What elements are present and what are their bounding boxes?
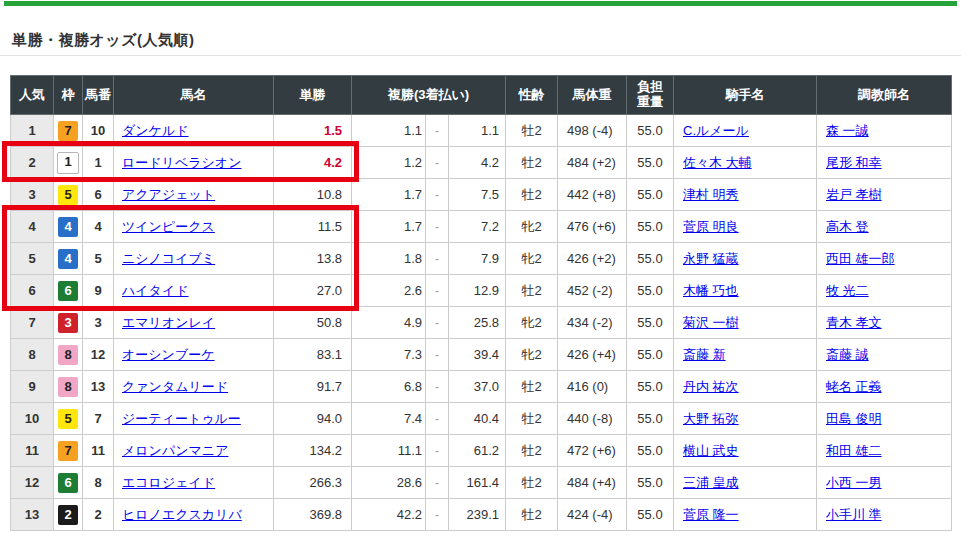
win-odds-cell: 134.2 bbox=[274, 435, 352, 467]
horse-number-cell: 5 bbox=[83, 243, 114, 275]
load-weight-cell: 55.0 bbox=[627, 403, 674, 435]
jockey-cell: 津村 明秀 bbox=[674, 179, 817, 211]
place-odds-separator: - bbox=[426, 115, 449, 147]
place-odds-low-cell: 4.9 bbox=[352, 307, 426, 339]
trainer-link[interactable]: 和田 雄二 bbox=[826, 443, 882, 458]
trainer-link[interactable]: 田島 俊明 bbox=[826, 411, 882, 426]
trainer-link[interactable]: 高木 登 bbox=[826, 219, 869, 234]
jockey-link[interactable]: 菅原 隆一 bbox=[683, 507, 739, 522]
frame-badge: 6 bbox=[58, 281, 78, 301]
place-odds-high-cell: 7.2 bbox=[449, 211, 506, 243]
horse-name-link[interactable]: クァンタムリード bbox=[122, 379, 228, 394]
place-odds-separator: - bbox=[426, 499, 449, 531]
win-odds-cell: 27.0 bbox=[274, 275, 352, 307]
load-weight-cell: 55.0 bbox=[627, 307, 674, 339]
sex-age-cell: 牡2 bbox=[506, 147, 558, 179]
trainer-link[interactable]: 西田 雄一郎 bbox=[826, 251, 895, 266]
jockey-link[interactable]: 丹内 祐次 bbox=[683, 379, 739, 394]
place-odds-separator: - bbox=[426, 147, 449, 179]
jockey-link[interactable]: 横山 武史 bbox=[683, 443, 739, 458]
rank-cell: 6 bbox=[11, 275, 54, 307]
jockey-link[interactable]: 永野 猛蔵 bbox=[683, 251, 739, 266]
win-odds-cell: 13.8 bbox=[274, 243, 352, 275]
horse-name-link[interactable]: アクアジェット bbox=[122, 187, 215, 202]
header-weight: 馬体重 bbox=[558, 76, 627, 115]
horse-number-cell: 6 bbox=[83, 179, 114, 211]
header-place-odds: 複勝(3着払い) bbox=[352, 76, 506, 115]
top-accent-bar bbox=[4, 1, 957, 6]
trainer-link[interactable]: 尾形 和幸 bbox=[826, 155, 882, 170]
load-weight-cell: 55.0 bbox=[627, 147, 674, 179]
trainer-link[interactable]: 森 一誠 bbox=[826, 123, 869, 138]
weight-cell: 498 (-4) bbox=[558, 115, 627, 147]
jockey-cell: 斎藤 新 bbox=[674, 339, 817, 371]
weight-cell: 452 (-2) bbox=[558, 275, 627, 307]
horse-name-cell: エコロジェイド bbox=[114, 467, 274, 499]
trainer-link[interactable]: 小西 一男 bbox=[826, 475, 882, 490]
trainer-cell: 尾形 和幸 bbox=[817, 147, 952, 179]
horse-name-cell: ヒロノエクスカリバ bbox=[114, 499, 274, 531]
trainer-link[interactable]: 小手川 準 bbox=[826, 507, 882, 522]
trainer-cell: 小西 一男 bbox=[817, 467, 952, 499]
frame-cell: 6 bbox=[54, 275, 83, 307]
trainer-link[interactable]: 岩戸 孝樹 bbox=[826, 187, 882, 202]
jockey-link[interactable]: 木幡 巧也 bbox=[683, 283, 739, 298]
horse-name-link[interactable]: ツインピークス bbox=[122, 219, 215, 234]
jockey-link[interactable]: 津村 明秀 bbox=[683, 187, 739, 202]
jockey-link[interactable]: C.ルメール bbox=[683, 123, 749, 138]
jockey-link[interactable]: 大野 拓弥 bbox=[683, 411, 739, 426]
horse-name-link[interactable]: エコロジェイド bbox=[122, 475, 215, 490]
horse-name-link[interactable]: ロードリベラシオン bbox=[122, 155, 241, 170]
place-odds-separator: - bbox=[426, 339, 449, 371]
horse-name-link[interactable]: ダンケルド bbox=[122, 123, 189, 138]
rank-cell: 8 bbox=[11, 339, 54, 371]
trainer-link[interactable]: 蛯名 正義 bbox=[826, 379, 882, 394]
jockey-link[interactable]: 三浦 皇成 bbox=[683, 475, 739, 490]
place-odds-separator: - bbox=[426, 179, 449, 211]
horse-name-link[interactable]: ヒロノエクスカリバ bbox=[122, 507, 242, 522]
trainer-cell: 牧 光二 bbox=[817, 275, 952, 307]
trainer-cell: 斎藤 誠 bbox=[817, 339, 952, 371]
load-weight-cell: 55.0 bbox=[627, 371, 674, 403]
odds-table: 人気 枠 馬番 馬名 単勝 複勝(3着払い) 性齢 馬体重 負担重量 騎手名 調… bbox=[10, 75, 952, 531]
frame-cell: 5 bbox=[54, 403, 83, 435]
sex-age-cell: 牡2 bbox=[506, 467, 558, 499]
horse-name-link[interactable]: ハイタイド bbox=[122, 283, 189, 298]
place-odds-separator: - bbox=[426, 211, 449, 243]
horse-name-cell: ハイタイド bbox=[114, 275, 274, 307]
jockey-link[interactable]: 佐々木 大輔 bbox=[683, 155, 752, 170]
horse-name-cell: ツインピークス bbox=[114, 211, 274, 243]
frame-cell: 8 bbox=[54, 339, 83, 371]
place-odds-low-cell: 2.6 bbox=[352, 275, 426, 307]
sex-age-cell: 牡2 bbox=[506, 179, 558, 211]
weight-cell: 484 (+4) bbox=[558, 467, 627, 499]
trainer-cell: 岩戸 孝樹 bbox=[817, 179, 952, 211]
weight-cell: 472 (+6) bbox=[558, 435, 627, 467]
trainer-link[interactable]: 斎藤 誠 bbox=[826, 347, 869, 362]
rank-cell: 10 bbox=[11, 403, 54, 435]
win-odds-cell: 4.2 bbox=[274, 147, 352, 179]
horse-name-link[interactable]: メロンパンマニア bbox=[122, 443, 228, 458]
sex-age-cell: 牝2 bbox=[506, 211, 558, 243]
horse-name-link[interactable]: オーシンブーケ bbox=[122, 347, 215, 362]
frame-cell: 7 bbox=[54, 435, 83, 467]
horse-name-cell: アクアジェット bbox=[114, 179, 274, 211]
horse-name-link[interactable]: エマリオンレイ bbox=[122, 315, 215, 330]
sex-age-cell: 牡2 bbox=[506, 499, 558, 531]
trainer-link[interactable]: 牧 光二 bbox=[826, 283, 869, 298]
place-odds-low-cell: 1.7 bbox=[352, 211, 426, 243]
rank-cell: 7 bbox=[11, 307, 54, 339]
horse-name-link[interactable]: ジーティートゥルー bbox=[122, 411, 241, 426]
frame-badge: 1 bbox=[57, 152, 79, 174]
jockey-link[interactable]: 菊沢 一樹 bbox=[683, 315, 739, 330]
rank-cell: 2 bbox=[11, 147, 54, 179]
frame-cell: 2 bbox=[54, 499, 83, 531]
horse-name-link[interactable]: ニシノコイブミ bbox=[122, 251, 215, 266]
rank-cell: 13 bbox=[11, 499, 54, 531]
table-row: 1710ダンケルド1.51.1-1.1牡2498 (-4)55.0C.ルメール森… bbox=[11, 115, 952, 147]
jockey-link[interactable]: 菅原 明良 bbox=[683, 219, 739, 234]
win-odds-cell: 1.5 bbox=[274, 115, 352, 147]
title-divider bbox=[0, 55, 961, 56]
jockey-link[interactable]: 斎藤 新 bbox=[683, 347, 726, 362]
trainer-link[interactable]: 青木 孝文 bbox=[826, 315, 882, 330]
